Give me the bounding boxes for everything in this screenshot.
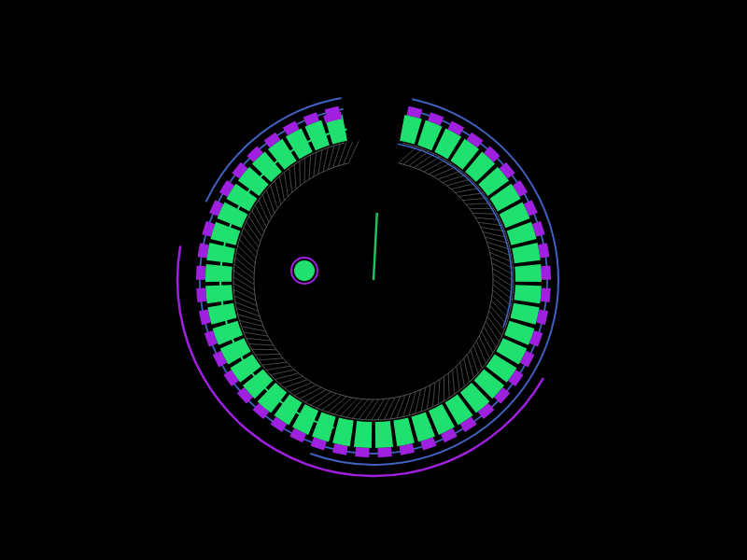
hub-dot [294, 260, 315, 281]
hatch-line [419, 157, 441, 170]
hatch-line [233, 289, 256, 301]
hatch-line [244, 228, 259, 247]
hatch-line [486, 321, 499, 342]
hatch-line [262, 362, 287, 365]
hatch-line [233, 283, 255, 295]
hatch-line [493, 279, 513, 294]
hatch-line [234, 264, 254, 279]
hatch-line [487, 316, 501, 336]
hatch-line [255, 205, 266, 227]
hatch-line [490, 306, 506, 325]
segment-tab [541, 265, 551, 279]
hatch-line [284, 380, 307, 388]
hatch-line [242, 327, 266, 331]
hatch-line [427, 385, 430, 410]
hatch-line [359, 399, 374, 419]
hatch-line [464, 358, 470, 383]
hatch-line [259, 200, 269, 222]
hatch-ring-inner [254, 163, 493, 399]
hatch-line [466, 203, 490, 204]
hatch-line [414, 154, 434, 168]
hatch-line [484, 327, 496, 348]
hatch-line [460, 362, 465, 386]
hatch-line [328, 397, 346, 413]
hatch-line [275, 373, 298, 380]
hatch-line [455, 189, 479, 193]
segment-tab [196, 288, 206, 303]
segment [354, 421, 372, 448]
hatch-line [304, 158, 305, 182]
hatch-line [421, 387, 426, 412]
segment [514, 264, 542, 282]
segment [375, 421, 393, 448]
hatch-line [473, 345, 482, 369]
hatch-line [294, 385, 317, 396]
hatch-line [314, 152, 317, 176]
segment-tab [541, 288, 551, 303]
hatch-line [457, 366, 459, 390]
hatch-line [448, 373, 449, 398]
segment [511, 303, 540, 325]
hatch-line [453, 370, 455, 394]
hatch-line [432, 383, 435, 407]
hatch-line [378, 399, 390, 420]
hatch-line [489, 311, 504, 330]
hatch-line [482, 331, 493, 353]
hatch-line [372, 399, 385, 420]
segment-tab [196, 265, 206, 279]
hatch-line [438, 380, 439, 404]
hatch-line [317, 394, 336, 408]
hatch-line [365, 399, 379, 420]
hatch-line [492, 268, 514, 281]
hatch-line [284, 172, 288, 196]
hatch-line [244, 332, 268, 336]
hatch-line [294, 164, 296, 189]
hatch-line [234, 296, 257, 306]
segment [205, 264, 233, 282]
hatch-line [493, 285, 513, 300]
hatch-line [271, 370, 295, 375]
needle [374, 213, 377, 280]
hatch-line [311, 392, 331, 405]
hatch-line [397, 395, 405, 418]
segment-tab [355, 447, 369, 457]
hatch-line [289, 383, 312, 392]
hatch-line [275, 181, 280, 205]
segment [514, 285, 542, 303]
hatch-line [300, 387, 321, 399]
hatch-line [433, 167, 456, 176]
hatch-line [323, 147, 328, 172]
radial-gauge [0, 0, 747, 560]
hatch-line [409, 151, 429, 166]
hatch-line [458, 193, 483, 197]
segment [393, 417, 415, 446]
hatch-line [479, 336, 489, 358]
segment [332, 417, 354, 446]
hatch-line [429, 163, 451, 175]
hatch-line [252, 211, 264, 232]
hatch-line [262, 195, 272, 217]
hatch-line [438, 171, 461, 179]
hatch-line [416, 390, 421, 414]
hatch-line [255, 354, 279, 355]
hatch-line [305, 390, 327, 402]
hatch-line [451, 184, 475, 189]
hatch-line [309, 155, 311, 179]
segment [512, 243, 541, 263]
hatch-line [399, 147, 417, 162]
hatch-line [235, 302, 259, 312]
segment [400, 115, 422, 144]
hatch-line [384, 398, 395, 420]
hatch-line [233, 277, 254, 290]
segment [205, 285, 233, 303]
hatch-line [390, 397, 401, 419]
hatch-line [249, 343, 274, 345]
hatch-line [472, 213, 497, 214]
hatch-line [266, 366, 290, 370]
hatch-line [289, 168, 292, 192]
hatch-line [233, 271, 254, 285]
hatch-line [424, 160, 445, 172]
hatch-line [249, 217, 262, 237]
hatch-line [242, 233, 258, 252]
hatch-line [344, 142, 353, 164]
